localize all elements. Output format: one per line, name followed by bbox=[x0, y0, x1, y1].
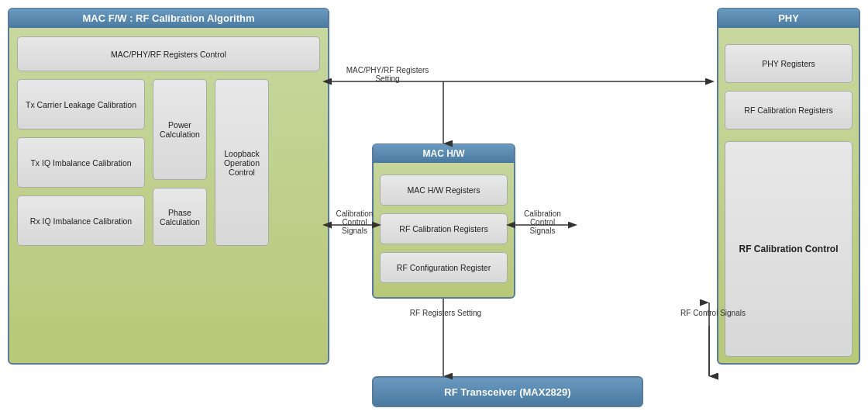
mac-rf-cal-regs-area: RF Calibration Registers bbox=[380, 213, 508, 244]
mac-fw-container: MAC F/W : RF Calibration Algorithm MAC/P… bbox=[8, 8, 329, 365]
rf-registers-label: RF Registers Setting bbox=[399, 309, 492, 317]
tx-iq-area: Tx IQ Imbalance Calibration bbox=[17, 137, 145, 188]
mac-phy-rf-label: MAC/PHY/RF Registers Setting bbox=[333, 66, 442, 83]
calibration-grid: Tx Carrier Leakage Calibration Tx IQ Imb… bbox=[17, 79, 320, 355]
loopback-area: Loopback Operation Control bbox=[215, 79, 269, 246]
mac-hw-regs-box: MAC H/W Registers bbox=[380, 175, 508, 206]
loopback-box: Loopback Operation Control bbox=[215, 79, 269, 246]
mac-hw-container: MAC H/W MAC H/W Registers RF Calibration… bbox=[372, 144, 515, 299]
phy-registers-box: PHY Registers bbox=[725, 44, 852, 83]
tx-iq-box: Tx IQ Imbalance Calibration bbox=[17, 137, 145, 188]
rf-cal-control-area: RF Calibration Control bbox=[725, 141, 852, 357]
rf-config-area: RF Configuration Register bbox=[380, 252, 508, 283]
phy-registers-area: PHY Registers bbox=[725, 44, 852, 83]
phy-rf-cal-regs-area: RF Calibration Registers bbox=[725, 91, 852, 130]
rf-transceiver-title: RF Transceiver (MAX2829) bbox=[444, 386, 570, 398]
mac-registers-box: MAC/PHY/RF Registers Control bbox=[17, 36, 320, 71]
phase-calc-box: Phase Calculation bbox=[153, 188, 207, 246]
rx-iq-box: Rx IQ Imbalance Calibration bbox=[17, 195, 145, 246]
mac-hw-title: MAC H/W bbox=[374, 144, 514, 163]
phase-calc-area: Phase Calculation bbox=[153, 188, 207, 246]
rf-transceiver-container: RF Transceiver (MAX2829) bbox=[372, 376, 643, 407]
tx-carrier-box: Tx Carrier Leakage Calibration bbox=[17, 79, 145, 130]
tx-carrier-area: Tx Carrier Leakage Calibration bbox=[17, 79, 145, 130]
power-calc-box: Power Calculation bbox=[153, 79, 207, 180]
cal-control-right-label: CalibrationControlSignals bbox=[519, 209, 566, 235]
rf-config-box: RF Configuration Register bbox=[380, 252, 508, 283]
rf-control-label: RF Control Signals bbox=[666, 309, 760, 317]
power-calc-area: Power Calculation bbox=[153, 79, 207, 180]
cal-control-left-label: CalibrationControlSignals bbox=[333, 209, 376, 235]
phy-title: PHY bbox=[718, 9, 859, 28]
mac-rf-cal-regs-box: RF Calibration Registers bbox=[380, 213, 508, 244]
mac-hw-regs-area: MAC H/W Registers bbox=[380, 175, 508, 206]
mac-registers-area: MAC/PHY/RF Registers Control bbox=[17, 36, 320, 71]
rx-iq-area: Rx IQ Imbalance Calibration bbox=[17, 195, 145, 246]
phy-rf-cal-regs-box: RF Calibration Registers bbox=[725, 91, 852, 130]
mac-fw-title: MAC F/W : RF Calibration Algorithm bbox=[9, 9, 328, 28]
rf-cal-control-box: RF Calibration Control bbox=[725, 141, 852, 357]
